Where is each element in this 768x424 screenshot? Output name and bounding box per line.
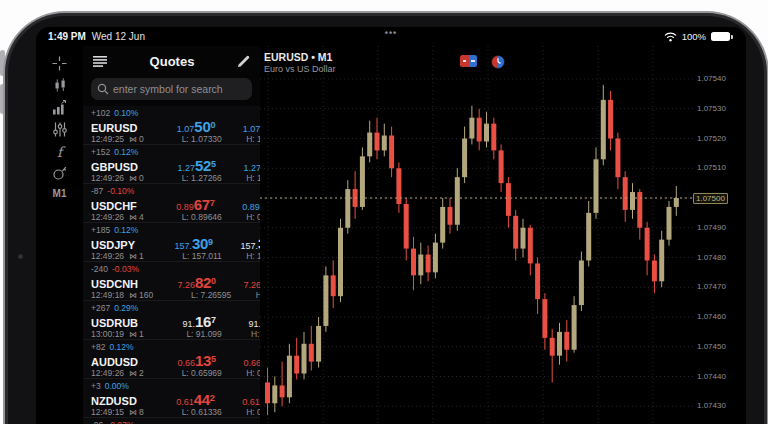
quote-low: L: 1.27266 [144,173,222,183]
quote-low: L: 157.011 [144,251,222,261]
quote-time: 12:49:26⋈0 [91,173,144,183]
pencil-icon[interactable] [237,55,250,68]
price-axis-label: 1.07490 [697,223,726,232]
clock-time: 1:49 PM [48,31,86,42]
quote-high: H: 0.89831 [222,212,260,222]
multitasking-handle[interactable]: ••• [385,28,397,38]
quote-high: H: 0.61491 [222,407,260,417]
candlestick-chart-icon[interactable] [50,78,70,93]
spread-icon: ⋈ [129,369,137,378]
chart-svg [260,46,744,423]
one-click-trading-icon[interactable] [460,55,477,67]
indicators-icon[interactable] [50,100,70,115]
quote-row[interactable]: +82 0.12% AUDUSD 0.66135 0.66137 12:49:2… [83,340,260,379]
price-axis-label: 1.07460 [697,312,726,321]
market-sessions-clock-icon[interactable] [491,55,505,69]
quote-percent: 0.12% [114,225,138,235]
current-price-label: 1.07500 [693,193,728,204]
price-axis-label: 1.07540 [697,74,726,83]
metatrader-app: f M1 Quotes [36,46,746,424]
quote-row[interactable]: +185 0.12% USDJPY 157.309 157.310 12:49:… [83,223,260,262]
price-axis-label: 1.07520 [697,134,726,143]
spread-icon: ⋈ [129,291,137,300]
quote-symbol: NZDUSD [91,395,137,407]
symbol-search-input[interactable] [91,78,252,100]
quotes-title: Quotes [107,54,237,69]
crosshair-icon[interactable] [50,56,70,71]
quote-row[interactable]: -240 -0.03% USDCNH 7.26820 7.26980 12:49… [83,262,260,301]
quotes-panel: Quotes +102 0.10% EURUSD 1.07500 1. [83,46,260,424]
quote-percent: 0.10% [114,108,138,118]
quote-time: 12:49:15⋈8 [91,407,144,417]
quote-percent: 0.12% [114,147,138,157]
quote-time: 12:49:26⋈2 [91,368,144,378]
quote-symbol: USDCHF [91,200,137,212]
ipad-device-frame: 1:49 PM Wed 12 Jun ••• 100% [3,11,768,424]
quote-high: H: 157.357 [222,251,260,261]
objects-icon[interactable] [50,166,70,181]
quote-change: +82 [91,342,105,352]
quote-time: 12:49:26⋈1 [91,251,144,261]
price-axis-label: 1.07430 [697,401,726,410]
function-icon[interactable]: f [50,144,70,159]
quote-row[interactable]: -87 -0.10% USDCHF 0.89677 0.89681 12:49:… [83,184,260,223]
quote-high: H: 91.169 [222,329,260,339]
quote-symbol: USDRUB [91,317,138,329]
quote-percent: -0.10% [107,186,134,196]
chart-settings-icon[interactable] [50,122,70,137]
spread-icon: ⋈ [129,252,137,261]
chart-toolbar: f M1 [36,46,83,424]
quote-high: H: 1.27597 [222,173,260,183]
spread-icon: ⋈ [129,330,137,339]
quote-change: +102 [91,108,110,118]
quote-percent: 0.00% [105,381,129,391]
quote-symbol: USDJPY [91,239,135,251]
quote-time: 12:49:25⋈0 [91,134,144,144]
price-axis-label: 1.07530 [697,104,726,113]
chart-symbol-description: Euro vs US Dollar [264,64,336,74]
spread-icon: ⋈ [129,213,137,222]
quote-row[interactable]: +267 0.29% USDRUB 91.167 91.168 13:00:19… [83,301,260,340]
quote-row[interactable]: +152 0.12% GBPUSD 1.27525 1.27525 12:49:… [83,145,260,184]
quotes-header: Quotes [83,46,260,76]
quote-low: L: 91.099 [144,329,222,339]
chart-pane[interactable]: EURUSD • M1 Euro vs US Dollar 1.075401.0… [260,46,746,424]
battery-icon [711,32,730,41]
quote-symbol: GBPUSD [91,161,138,173]
quote-low: L: 0.61336 [144,407,222,417]
quote-change: +152 [91,147,110,157]
quote-high: H: 1.07538 [222,134,260,144]
price-axis-label: 1.07480 [697,253,726,262]
quote-percent: -0.03% [112,264,139,274]
spread-icon: ⋈ [129,135,137,144]
spread-icon: ⋈ [129,408,137,417]
price-axis-label: 1.07450 [697,342,726,351]
quote-high: H: 0.66219 [222,368,260,378]
quote-row[interactable]: +3 0.00% NZDUSD 0.61442 0.61450 12:49:15… [83,379,260,418]
quotes-list: +102 0.10% EURUSD 1.07500 1.07500 12:49:… [83,106,260,424]
quote-symbol: USDCNH [91,278,138,290]
front-camera [18,254,23,259]
timeframe-button[interactable]: M1 [53,188,67,199]
wifi-icon [664,32,677,42]
list-icon[interactable] [93,56,107,67]
battery-percent: 100% [682,31,706,42]
quote-change: -96 [91,420,103,424]
quote-symbol: AUDUSD [91,356,138,368]
quote-low: L: 0.65969 [144,368,222,378]
quote-low: L: 0.89646 [144,212,222,222]
price-axis-label: 1.07470 [697,282,726,291]
clock-date: Wed 12 Jun [92,31,145,42]
price-axis-label: 1.07510 [697,163,726,172]
quote-change: +3 [91,381,101,391]
status-bar: 1:49 PM Wed 12 Jun ••• 100% [36,27,746,46]
quote-row[interactable]: +102 0.10% EURUSD 1.07500 1.07500 12:49:… [83,106,260,145]
quote-low: L: 7.26595 [153,290,231,300]
quote-percent: 0.29% [114,303,138,313]
quote-time: 13:00:19⋈1 [91,329,144,339]
quote-percent: 0.12% [109,342,133,352]
quote-row[interactable]: -96 -0.07% 490 492 [83,418,260,424]
quote-percent: -0.07% [107,420,134,424]
quote-change: -87 [91,186,103,196]
quote-low: L: 1.07330 [144,134,222,144]
